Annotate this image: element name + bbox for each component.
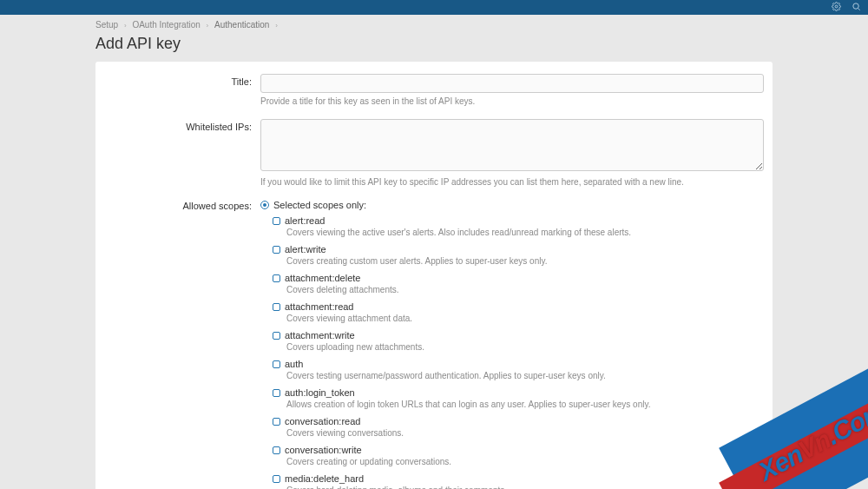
- checkbox-icon[interactable]: [273, 389, 280, 397]
- checkbox-icon[interactable]: [273, 332, 280, 340]
- title-label: Title:: [104, 74, 260, 87]
- scope-name: attachment:delete: [285, 273, 360, 283]
- scope-list: alert:readCovers viewing the active user…: [260, 215, 764, 489]
- chevron-right-icon: ›: [207, 22, 209, 30]
- scope-name: media:delete_hard: [285, 473, 364, 484]
- svg-point-0: [835, 5, 838, 8]
- scope-name: conversation:read: [285, 416, 360, 426]
- breadcrumb-authentication[interactable]: Authentication: [214, 20, 269, 30]
- search-icon[interactable]: [852, 2, 861, 13]
- scope-description: Allows creation of login token URLs that…: [286, 399, 764, 410]
- scope-name: alert:write: [285, 244, 326, 254]
- scope-name: auth:login_token: [285, 387, 355, 398]
- whitelisted-ips-hint: If you would like to limit this API key …: [260, 176, 764, 188]
- checkbox-icon[interactable]: [273, 274, 280, 282]
- page-title: Add API key: [95, 35, 773, 53]
- checkbox-icon[interactable]: [273, 446, 280, 454]
- scope-item: attachment:readCovers viewing attachment…: [273, 301, 764, 324]
- scope-option[interactable]: attachment:delete: [273, 273, 764, 283]
- checkbox-icon[interactable]: [273, 246, 280, 254]
- svg-line-2: [858, 9, 860, 10]
- checkbox-icon[interactable]: [273, 475, 280, 483]
- chevron-right-icon: ›: [124, 22, 127, 30]
- selected-scopes-only-label: Selected scopes only:: [273, 200, 366, 210]
- selected-scopes-only-option[interactable]: Selected scopes only:: [260, 200, 764, 210]
- chevron-right-icon: ›: [275, 22, 278, 30]
- scope-option[interactable]: auth:login_token: [273, 387, 764, 398]
- whitelisted-ips-input[interactable]: [260, 119, 764, 171]
- checkbox-icon[interactable]: [273, 360, 280, 368]
- scope-description: Covers viewing attachment data.: [286, 313, 764, 324]
- scope-option[interactable]: media:delete_hard: [273, 473, 764, 484]
- checkbox-icon[interactable]: [273, 418, 280, 426]
- scope-item: alert:writeCovers creating custom user a…: [273, 244, 764, 267]
- whitelisted-ips-label: Whitelisted IPs:: [104, 119, 260, 132]
- checkbox-icon[interactable]: [273, 303, 280, 311]
- scope-name: alert:read: [285, 215, 325, 226]
- scope-description: Covers creating custom user alerts. Appl…: [286, 255, 764, 267]
- scope-option[interactable]: attachment:read: [273, 301, 764, 312]
- scope-name: attachment:write: [285, 330, 355, 340]
- scope-item: auth:login_tokenAllows creation of login…: [273, 387, 764, 410]
- breadcrumb-setup[interactable]: Setup: [95, 20, 118, 30]
- scope-description: Covers hard-deleting media, albums and t…: [286, 485, 764, 489]
- whitelisted-ips-row: Whitelisted IPs: If you would like to li…: [104, 116, 764, 196]
- allowed-scopes-label: Allowed scopes:: [104, 200, 260, 211]
- title-row: Title: Provide a title for this key as s…: [104, 70, 764, 116]
- title-input[interactable]: [260, 74, 764, 93]
- scope-option[interactable]: attachment:write: [273, 330, 764, 340]
- scope-option[interactable]: conversation:write: [273, 445, 764, 455]
- radio-icon[interactable]: [260, 201, 269, 209]
- form-panel: Title: Provide a title for this key as s…: [95, 62, 773, 489]
- top-bar: [0, 0, 868, 15]
- scope-item: attachment:writeCovers uploading new att…: [273, 330, 764, 353]
- scope-item: conversation:readCovers viewing conversa…: [273, 416, 764, 439]
- scope-description: Covers creating or updating conversation…: [286, 456, 764, 467]
- scope-item: authCovers testing username/password aut…: [273, 359, 764, 381]
- scope-option[interactable]: alert:write: [273, 244, 764, 254]
- svg-point-1: [853, 3, 858, 9]
- page-container: Setup › OAuth Integration › Authenticati…: [95, 15, 773, 489]
- breadcrumb: Setup › OAuth Integration › Authenticati…: [95, 15, 773, 33]
- scope-item: attachment:deleteCovers deleting attachm…: [273, 273, 764, 295]
- scope-option[interactable]: alert:read: [273, 215, 764, 226]
- scope-item: conversation:writeCovers creating or upd…: [273, 445, 764, 467]
- title-hint: Provide a title for this key as seen in …: [260, 96, 764, 107]
- scope-option[interactable]: conversation:read: [273, 416, 764, 426]
- settings-icon[interactable]: [832, 2, 841, 13]
- scope-item: media:delete_hardCovers hard-deleting me…: [273, 473, 764, 489]
- scope-description: Covers viewing the active user's alerts.…: [286, 227, 764, 238]
- checkbox-icon[interactable]: [273, 217, 280, 225]
- breadcrumb-oauth[interactable]: OAuth Integration: [132, 20, 200, 30]
- scope-description: Covers testing username/password authent…: [286, 370, 764, 381]
- scope-name: auth: [285, 359, 303, 369]
- scope-name: conversation:write: [285, 445, 362, 455]
- scope-description: Covers viewing conversations.: [286, 427, 764, 439]
- scope-name: attachment:read: [285, 301, 354, 312]
- scope-description: Covers deleting attachments.: [286, 284, 764, 295]
- scope-item: alert:readCovers viewing the active user…: [273, 215, 764, 238]
- scope-description: Covers uploading new attachments.: [286, 341, 764, 353]
- allowed-scopes-row: Allowed scopes: Selected scopes only: al…: [104, 196, 764, 489]
- scope-option[interactable]: auth: [273, 359, 764, 369]
